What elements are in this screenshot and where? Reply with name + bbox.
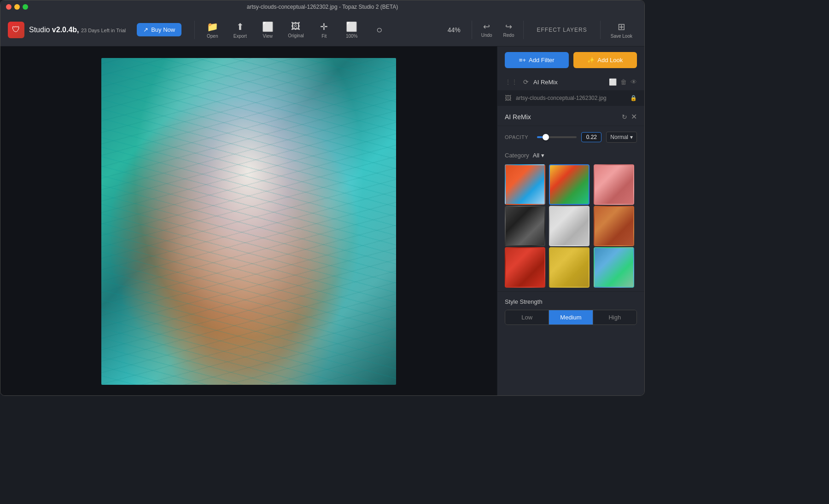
category-row: Category All ▾ — [497, 148, 644, 164]
maximize-button[interactable] — [23, 4, 28, 10]
view-icon: ⬜ — [262, 21, 274, 32]
file-layer-icon: 🖼 — [505, 94, 511, 102]
circle-icon: ○ — [376, 24, 382, 36]
title-bar: artsy-clouds-conceptual-1262302.jpg - To… — [0, 0, 644, 13]
category-label: Category — [505, 152, 529, 159]
effect-layers-label: EFFECT LAYERS — [529, 27, 594, 33]
add-filter-button[interactable]: ≡+ Add Filter — [505, 52, 569, 68]
zoom100-tool[interactable]: ⬜ 100% — [340, 18, 364, 41]
file-layer: 🖼 artsy-clouds-conceptual-1262302.jpg 🔒 — [497, 91, 644, 106]
original-label: Original — [288, 33, 304, 38]
close-button[interactable] — [6, 4, 12, 10]
style-thumbnail-5[interactable] — [549, 206, 590, 246]
main-toolbar: 🛡 Studio v2.0.4b, 23 Days Left in Trial … — [0, 13, 644, 46]
opacity-value[interactable]: 0.22 — [581, 132, 601, 142]
trial-text: 23 Days Left in Trial — [81, 28, 126, 33]
canvas-image — [101, 58, 396, 385]
view-tool[interactable]: ⬜ View — [256, 18, 280, 41]
app-title: Studio v2.0.4b, 23 Days Left in Trial — [29, 26, 126, 34]
toolbar-separator-3 — [523, 21, 524, 39]
layer-mask-icon[interactable]: ⬜ — [609, 78, 617, 86]
strength-buttons-group: Low Medium High — [505, 310, 637, 325]
category-chevron-icon: ▾ — [541, 152, 544, 159]
close-remix-icon[interactable]: ✕ — [631, 112, 637, 121]
layer-visibility-icon[interactable]: 👁 — [631, 78, 637, 86]
view-label: View — [263, 34, 273, 39]
fit-tool[interactable]: ✛ Fit — [312, 18, 336, 41]
strength-high-button[interactable]: High — [593, 310, 636, 324]
buy-icon: ↗ — [143, 26, 148, 33]
opacity-row: OPACITY 0.22 Normal ▾ — [497, 126, 644, 148]
chevron-down-icon: ▾ — [630, 134, 633, 140]
save-look-icon: ⊞ — [618, 21, 625, 32]
style-thumbnail-2[interactable] — [549, 164, 590, 205]
fit-label: Fit — [321, 34, 327, 39]
style-thumbnail-9[interactable] — [594, 247, 634, 288]
blend-mode-selector[interactable]: Normal ▾ — [606, 132, 637, 143]
remix-panel-header: AI ReMix ↻ ✕ — [497, 106, 644, 126]
style-thumbnail-7[interactable] — [505, 247, 545, 288]
style-thumbnails-grid — [497, 164, 644, 288]
add-look-icon: ✨ — [587, 57, 595, 64]
buy-now-button[interactable]: ↗ Buy Now — [137, 23, 181, 36]
opacity-slider[interactable] — [537, 136, 577, 138]
toolbar-separator-4 — [600, 21, 601, 39]
style-strength-section: Style Strength Low Medium High — [497, 291, 644, 331]
toolbar-separator — [194, 21, 195, 39]
add-filter-icon: ≡+ — [519, 57, 526, 64]
layer-delete-icon[interactable]: 🗑 — [620, 78, 627, 86]
strength-medium-button[interactable]: Medium — [549, 310, 593, 324]
open-icon: 📁 — [207, 21, 218, 32]
add-look-button[interactable]: ✨ Add Look — [573, 52, 637, 68]
undo-icon: ↩ — [483, 22, 490, 32]
remix-layer-name: AI ReMix — [533, 79, 604, 86]
style-thumbnail-6[interactable] — [594, 206, 634, 246]
zoom-level: 44% — [442, 26, 466, 34]
app-logo: 🛡 — [8, 22, 24, 38]
logo-area: 🛡 Studio v2.0.4b, 23 Days Left in Trial — [8, 22, 126, 38]
right-panel: ≡+ Add Filter ✨ Add Look ⋮⋮ ⟳ AI ReMix ⬜… — [497, 46, 644, 396]
category-dropdown[interactable]: All ▾ — [533, 152, 544, 159]
zoom100-icon: ⬜ — [346, 21, 357, 32]
style-thumbnail-8[interactable] — [549, 247, 590, 288]
remix-settings-panel: AI ReMix ↻ ✕ OPACITY 0.22 Normal ▾ Cat — [497, 106, 644, 396]
app-name-area: Studio v2.0.4b, 23 Days Left in Trial — [29, 26, 126, 34]
style-thumbnail-1[interactable] — [505, 164, 545, 205]
redo-icon: ↪ — [505, 22, 512, 32]
opacity-slider-thumb[interactable] — [543, 134, 549, 140]
export-tool[interactable]: ⬆ Export — [228, 18, 252, 41]
window-controls — [6, 4, 28, 10]
canvas-area[interactable] — [0, 46, 497, 396]
refresh-icon[interactable]: ↻ — [622, 113, 627, 121]
original-icon: 🖼 — [291, 21, 300, 32]
undo-button[interactable]: ↩ Undo — [478, 20, 496, 40]
layer-actions: ⬜ 🗑 👁 — [609, 78, 637, 86]
toolbar-separator-2 — [472, 21, 472, 39]
export-icon: ⬆ — [236, 21, 244, 32]
lock-icon: 🔒 — [630, 95, 637, 101]
window-title: artsy-clouds-conceptual-1262302.jpg - To… — [247, 4, 398, 10]
file-layer-name: artsy-clouds-conceptual-1262302.jpg — [516, 95, 625, 101]
drag-handle-icon: ⋮⋮ — [505, 78, 518, 86]
ai-remix-layer[interactable]: ⋮⋮ ⟳ AI ReMix ⬜ 🗑 👁 — [497, 74, 644, 91]
export-label: Export — [234, 34, 247, 39]
redo-button[interactable]: ↪ Redo — [500, 20, 518, 40]
strength-low-button[interactable]: Low — [505, 310, 549, 324]
style-strength-title: Style Strength — [505, 298, 637, 305]
open-tool[interactable]: 📁 Open — [200, 18, 224, 41]
panel-header: ≡+ Add Filter ✨ Add Look — [497, 46, 644, 74]
open-label: Open — [207, 34, 218, 39]
save-look-button[interactable]: ⊞ Save Look — [606, 18, 637, 41]
minimize-button[interactable] — [14, 4, 20, 10]
opacity-label: OPACITY — [505, 134, 532, 140]
original-tool[interactable]: 🖼 Original — [283, 18, 308, 41]
remix-panel-title: AI ReMix — [505, 113, 618, 121]
fit-icon: ✛ — [320, 21, 328, 32]
main-content: ≡+ Add Filter ✨ Add Look ⋮⋮ ⟳ AI ReMix ⬜… — [0, 46, 644, 396]
circle-tool[interactable]: ○ — [368, 21, 391, 39]
style-thumbnail-4[interactable] — [505, 206, 545, 246]
style-thumbnail-3[interactable] — [594, 164, 634, 205]
remix-layer-icon: ⟳ — [523, 78, 529, 86]
zoom100-label: 100% — [346, 34, 358, 39]
